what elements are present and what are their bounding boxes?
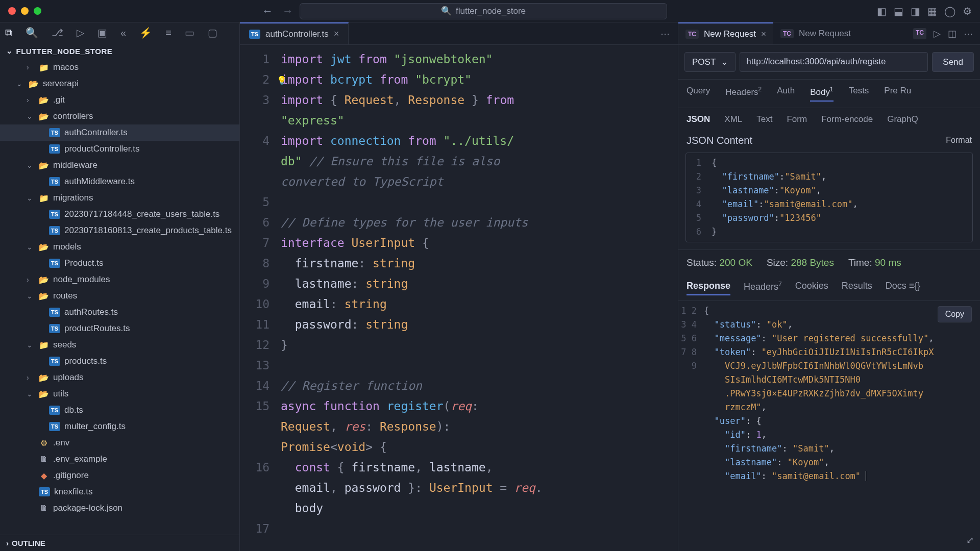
- tree-item--gitignore[interactable]: ◆.gitignore: [0, 467, 239, 484]
- layout-left-icon[interactable]: ◧: [877, 5, 887, 17]
- code-editor[interactable]: 123 4 567 8910 111213 1415 16 17 💡import…: [240, 45, 678, 551]
- response-json-code[interactable]: { "status": "ok", "message": "User regis…: [704, 301, 980, 551]
- thunder-tab-inactive[interactable]: TC New Request: [773, 22, 858, 44]
- tree-item-authroutes-ts[interactable]: TSauthRoutes.ts: [0, 304, 239, 320]
- tree-item--env[interactable]: ⚙.env: [0, 435, 239, 451]
- body-json[interactable]: JSON: [687, 114, 710, 124]
- tree-item-db-ts[interactable]: TSdb.ts: [0, 402, 239, 418]
- tree-item-models[interactable]: ⌄📂models: [0, 239, 239, 255]
- tree-item-seeds[interactable]: ⌄📁seeds: [0, 337, 239, 353]
- copy-button[interactable]: Copy: [938, 306, 972, 322]
- tab-cookies[interactable]: Cookies: [795, 281, 828, 295]
- body-type-tabs: JSON XML Text Form Form-encode GraphQ: [678, 108, 980, 131]
- run-icon[interactable]: ▷: [934, 28, 941, 39]
- expand-icon[interactable]: ⤢: [966, 533, 974, 547]
- format-button[interactable]: Format: [946, 136, 972, 145]
- tree-item-utils[interactable]: ⌄📂utils: [0, 386, 239, 402]
- ts-icon: TS: [49, 324, 60, 333]
- window-controls[interactable]: [8, 7, 41, 15]
- database-icon[interactable]: ≡: [165, 27, 172, 39]
- layout-bottom-icon[interactable]: ⬓: [894, 5, 903, 17]
- debug-icon[interactable]: ▷: [77, 27, 84, 39]
- body-xml[interactable]: XML: [724, 114, 742, 124]
- layout-right-icon[interactable]: ◨: [911, 5, 920, 17]
- bracket-icon[interactable]: «: [120, 27, 126, 39]
- tree-item-product-ts[interactable]: TSProduct.ts: [0, 255, 239, 271]
- tree-item-20230717184448-create-users-table-ts[interactable]: TS20230717184448_create_users_table.ts: [0, 206, 239, 222]
- chevron-icon: ›: [27, 96, 35, 104]
- tree-item--git[interactable]: ›📂.git: [0, 92, 239, 108]
- tree-item-serverapi[interactable]: ⌄📂serverapi: [0, 76, 239, 92]
- tree-item-authcontroller-ts[interactable]: TSauthController.ts: [0, 124, 239, 141]
- more-icon[interactable]: ⋯: [964, 28, 973, 39]
- file-tree[interactable]: ›📁macos⌄📂serverapi›📂.git⌄📂controllersTSa…: [0, 59, 239, 535]
- tree-item-products-ts[interactable]: TSproducts.ts: [0, 353, 239, 369]
- settings-gear-icon[interactable]: ⚙: [963, 5, 972, 17]
- thunder-icon[interactable]: ⚡: [139, 27, 152, 39]
- back-icon[interactable]: ←: [262, 5, 273, 18]
- code-content[interactable]: 💡import jwt from "jsonwebtoken" import b…: [281, 45, 678, 551]
- thunder-tab-active[interactable]: TC New Request ×: [678, 22, 773, 44]
- tab-resp-headers[interactable]: Headers7: [744, 281, 782, 295]
- send-button[interactable]: Send: [932, 52, 974, 72]
- tree-item-node-modules[interactable]: ›📂node_modules: [0, 271, 239, 288]
- lightbulb-icon[interactable]: 💡: [277, 70, 287, 91]
- tab-overflow-icon[interactable]: ⋯: [660, 28, 678, 39]
- tab-authcontroller[interactable]: TS authController.ts ×: [240, 22, 349, 44]
- explorer-icon[interactable]: ⧉: [5, 27, 12, 39]
- tab-body[interactable]: Body1: [810, 86, 833, 102]
- source-control-icon[interactable]: ⎇: [52, 27, 63, 39]
- minimize-window-icon[interactable]: [21, 7, 29, 15]
- body-form[interactable]: Form: [787, 114, 807, 124]
- body-text[interactable]: Text: [756, 114, 772, 124]
- tree-item-package-lock-json[interactable]: 🗎package-lock.json: [0, 500, 239, 516]
- response-body[interactable]: Copy 1 2 3 4 5 6 7 8 9 { "status": "ok",…: [678, 301, 980, 551]
- user-icon[interactable]: ◯: [944, 5, 955, 17]
- tab-results[interactable]: Results: [842, 281, 872, 295]
- tab-docs[interactable]: Docs ≡{}: [886, 281, 921, 295]
- tree-item-productroutes-ts[interactable]: TSproductRoutes.ts: [0, 320, 239, 337]
- tree-item-multer-config-ts[interactable]: TSmulter_config.ts: [0, 418, 239, 435]
- extensions-icon[interactable]: ▣: [97, 27, 107, 39]
- tree-item-label: authRoutes.ts: [64, 307, 118, 317]
- outline-section[interactable]: › OUTLINE: [0, 535, 239, 551]
- explorer-header[interactable]: ⌄ FLUTTER_NODE_STORE: [0, 43, 239, 59]
- tree-item-productcontroller-ts[interactable]: TSproductController.ts: [0, 141, 239, 157]
- tab-auth[interactable]: Auth: [777, 86, 795, 102]
- tree-item-knexfile-ts[interactable]: TSknexfile.ts: [0, 484, 239, 500]
- project-search-bar[interactable]: 🔍 flutter_node_store: [300, 3, 667, 19]
- tree-item-migrations[interactable]: ⌄📁migrations: [0, 190, 239, 206]
- body-graphql[interactable]: GraphQ: [887, 114, 918, 124]
- close-window-icon[interactable]: [8, 7, 16, 15]
- method-dropdown[interactable]: POST ⌄: [684, 52, 736, 72]
- tab-prerun[interactable]: Pre Ru: [884, 86, 911, 102]
- search-tool-icon[interactable]: 🔍: [26, 27, 38, 39]
- tab-query[interactable]: Query: [687, 86, 710, 102]
- folder-o-icon: 📂: [29, 79, 39, 89]
- tree-item--env-example[interactable]: 🗎.env_example: [0, 451, 239, 467]
- tree-item-controllers[interactable]: ⌄📂controllers: [0, 108, 239, 124]
- forward-icon[interactable]: →: [282, 5, 293, 18]
- tab-response[interactable]: Response: [687, 281, 730, 295]
- tree-item-20230718160813-create-products-table-ts[interactable]: TS20230718160813_create_products_table.t…: [0, 222, 239, 239]
- chat-icon[interactable]: ▢: [208, 27, 217, 39]
- device-icon[interactable]: ▭: [185, 27, 194, 39]
- tree-item-uploads[interactable]: ›📂uploads: [0, 369, 239, 386]
- tree-item-macos[interactable]: ›📁macos: [0, 59, 239, 76]
- layout-grid-icon[interactable]: ▦: [927, 5, 937, 17]
- tree-item-authmiddleware-ts[interactable]: TSauthMiddleware.ts: [0, 173, 239, 190]
- body-formencode[interactable]: Form-encode: [821, 114, 873, 124]
- editor-tabs: TS authController.ts × ⋯: [240, 22, 678, 45]
- body-json-code[interactable]: { "firstname":"Samit", "lastname":"Koyom…: [706, 153, 972, 242]
- tab-headers[interactable]: Headers2: [725, 86, 762, 102]
- url-input[interactable]: http://localhost:3000/api/auth/registe: [740, 52, 928, 72]
- tree-item-middleware[interactable]: ⌄📂middleware: [0, 157, 239, 173]
- tree-item-label: controllers: [53, 111, 93, 121]
- close-tab-icon[interactable]: ×: [334, 29, 339, 39]
- split-icon[interactable]: ◫: [948, 28, 957, 39]
- tree-item-routes[interactable]: ⌄📂routes: [0, 288, 239, 304]
- json-body-editor[interactable]: 1 2 3 4 5 6 { "firstname":"Samit", "last…: [685, 153, 973, 242]
- maximize-window-icon[interactable]: [34, 7, 41, 15]
- tab-tests[interactable]: Tests: [849, 86, 869, 102]
- close-icon[interactable]: ×: [761, 29, 766, 39]
